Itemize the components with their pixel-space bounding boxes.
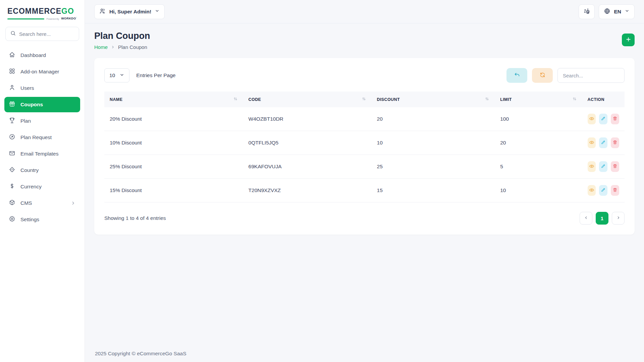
sidebar-item-label: Settings xyxy=(20,217,39,223)
view-button[interactable] xyxy=(588,185,596,196)
column-header-limit[interactable]: LIMIT xyxy=(495,92,582,107)
refresh-button[interactable] xyxy=(532,68,553,83)
column-header-discount[interactable]: DISCOUNT xyxy=(372,92,495,107)
column-header-code[interactable]: CODE xyxy=(243,92,372,107)
sidebar-item-cms[interactable]: CMS xyxy=(4,195,80,211)
pencil-icon xyxy=(601,164,606,170)
powered-by-label: Powered By xyxy=(46,18,59,20)
coupons-table-card: 10 Entries Per Page xyxy=(94,58,635,235)
coupon-code: 0QTFLI5JQ5 xyxy=(243,131,372,155)
table-search-input[interactable] xyxy=(557,68,625,83)
trash-icon xyxy=(612,140,618,146)
breadcrumb-home-link[interactable]: Home xyxy=(94,44,108,50)
sidebar-item-country[interactable]: Country xyxy=(4,163,80,178)
page-content: Plan Coupon Home Plan Coupon 10 xyxy=(85,23,644,351)
delete-button[interactable] xyxy=(611,161,619,172)
mail-icon xyxy=(9,150,15,158)
undo-button[interactable] xyxy=(506,68,527,83)
edit-button[interactable] xyxy=(599,114,607,124)
chevron-down-icon xyxy=(155,8,160,15)
entries-summary: Showing 1 to 4 of 4 entries xyxy=(104,215,166,221)
chevron-right-icon xyxy=(111,45,115,49)
pagination-page-1[interactable]: 1 xyxy=(596,212,608,225)
app-window: ECOMMERCEGO Powered By WORKDO˙ Dashboard… xyxy=(0,0,644,362)
sidebar: ECOMMERCEGO Powered By WORKDO˙ Dashboard… xyxy=(0,0,85,362)
powered-brand-dot: ˙ xyxy=(76,17,77,20)
sidebar-item-addon-manager[interactable]: Add-on Manager xyxy=(4,64,80,79)
topbar: Hi, Super Admin! EN xyxy=(85,0,644,23)
coupon-discount: 25 xyxy=(372,155,495,179)
chevron-down-icon xyxy=(625,8,630,15)
table-row: 20% Discount W4OZBT10DR 20 100 xyxy=(104,107,625,131)
breadcrumb: Home Plan Coupon xyxy=(94,44,150,50)
entries-per-page-select[interactable]: 10 xyxy=(104,68,129,82)
eye-icon xyxy=(589,140,594,146)
trash-icon xyxy=(612,164,618,170)
pencil-icon xyxy=(601,116,606,122)
coupon-limit: 100 xyxy=(495,107,582,131)
entries-per-page-label: Entries Per Page xyxy=(136,72,175,78)
chevron-left-icon xyxy=(584,215,589,221)
language-selector[interactable]: EN xyxy=(599,4,635,19)
sidebar-item-label: Currency xyxy=(20,184,42,190)
sidebar-menu: Dashboard Add-on Manager Users Coupons P… xyxy=(0,45,85,230)
coupon-name: 15% Discount xyxy=(104,179,243,202)
coupon-discount: 10 xyxy=(372,131,495,155)
target-icon xyxy=(9,166,15,174)
sidebar-item-coupons[interactable]: Coupons xyxy=(4,97,80,112)
coupon-name: 25% Discount xyxy=(104,155,243,179)
language-label: EN xyxy=(614,9,621,15)
pagination-prev-button[interactable] xyxy=(580,212,592,225)
edit-button[interactable] xyxy=(599,161,607,172)
delete-button[interactable] xyxy=(611,114,619,124)
clear-cache-button[interactable] xyxy=(579,4,595,19)
box-icon xyxy=(9,199,15,207)
main-area: Hi, Super Admin! EN Plan Coupon xyxy=(85,0,644,362)
broom-icon xyxy=(583,8,590,16)
brand-logo: ECOMMERCEGO Powered By WORKDO˙ xyxy=(0,0,85,20)
edit-button[interactable] xyxy=(599,185,607,196)
view-button[interactable] xyxy=(588,137,596,148)
delete-button[interactable] xyxy=(611,185,619,196)
sidebar-item-users[interactable]: Users xyxy=(4,80,80,96)
coupon-code: T20N9XZVXZ xyxy=(243,179,372,202)
sidebar-item-dashboard[interactable]: Dashboard xyxy=(4,48,80,63)
sidebar-item-label: Plan xyxy=(20,118,31,124)
sidebar-item-label: Dashboard xyxy=(20,52,46,58)
chevron-down-icon xyxy=(119,72,124,79)
edit-button[interactable] xyxy=(599,137,607,148)
sidebar-item-label: Country xyxy=(20,167,39,173)
arrow-up-right-circle-icon xyxy=(9,133,15,141)
pagination: 1 xyxy=(580,212,625,225)
sidebar-search-input[interactable] xyxy=(19,31,74,37)
admin-profile-button[interactable]: Hi, Super Admin! xyxy=(94,4,165,19)
add-coupon-button[interactable] xyxy=(622,34,635,46)
sidebar-item-plan-request[interactable]: Plan Request xyxy=(4,130,80,145)
logo-text-accent: GO xyxy=(61,7,74,15)
column-header-name[interactable]: NAME xyxy=(104,92,243,107)
grid-icon xyxy=(9,68,15,76)
view-button[interactable] xyxy=(588,114,596,124)
column-header-action: ACTION xyxy=(582,92,625,107)
user-icon xyxy=(9,84,15,92)
sidebar-item-plan[interactable]: Plan xyxy=(4,113,80,129)
plus-icon xyxy=(625,36,632,44)
pagination-next-button[interactable] xyxy=(612,212,625,225)
table-row: 10% Discount 0QTFLI5JQ5 10 20 xyxy=(104,131,625,155)
pencil-icon xyxy=(601,187,606,193)
sidebar-search[interactable] xyxy=(5,27,79,41)
sidebar-item-settings[interactable]: Settings xyxy=(4,212,80,227)
sidebar-item-currency[interactable]: Currency xyxy=(4,179,80,194)
view-button[interactable] xyxy=(588,161,596,172)
search-icon xyxy=(10,30,16,38)
coupon-name: 20% Discount xyxy=(104,107,243,131)
sidebar-item-email-templates[interactable]: Email Templates xyxy=(4,146,80,162)
logo-underline xyxy=(7,18,44,19)
logo-text-primary: ECOMMERCE xyxy=(7,7,61,15)
pencil-icon xyxy=(601,140,606,146)
powered-brand-label: WORKDO xyxy=(61,17,76,20)
table-row: 15% Discount T20N9XZVXZ 15 10 xyxy=(104,179,625,202)
delete-button[interactable] xyxy=(611,137,619,148)
coupon-code: W4OZBT10DR xyxy=(243,107,372,131)
sort-icon xyxy=(233,97,238,102)
